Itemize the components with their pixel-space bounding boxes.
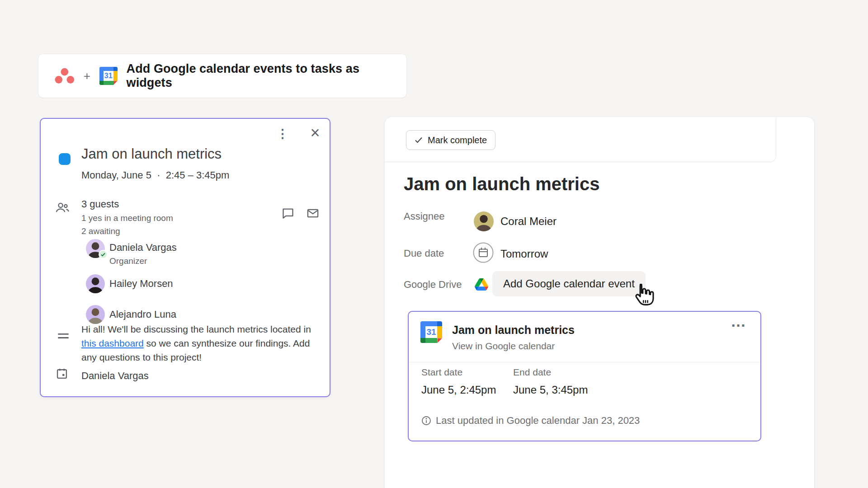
google-drive-icon [475, 278, 488, 291]
task-title: Jam on launch metrics [404, 174, 599, 194]
calendar-event-card: ⋮ × Jam on launch metrics Monday, June 5… [40, 118, 330, 397]
add-calendar-event-button[interactable]: Add Google calendar event [492, 271, 646, 296]
organizer-calendar-icon [56, 367, 68, 380]
task-detail-pane: Mark complete Jam on launch metrics Assi… [385, 117, 814, 488]
banner-title: Add Google calendar events to tasks as w… [127, 62, 406, 90]
event-datetime: Monday, June 5 · 2:45 – 3:45pm [81, 169, 229, 181]
comment-icon[interactable] [282, 207, 294, 219]
start-date-label: Start date [421, 367, 462, 378]
plus-sign: + [84, 69, 90, 83]
close-icon[interactable]: × [307, 124, 323, 141]
due-date-label: Due date [404, 248, 444, 259]
add-calendar-event-label: Add Google calendar event [503, 277, 635, 290]
ellipsis-menu-icon[interactable]: … [731, 313, 747, 330]
due-date-value[interactable]: Tomorrow [500, 248, 548, 260]
mark-complete-label: Mark complete [428, 135, 487, 145]
guest-count: 3 guests [81, 198, 173, 210]
guest-room-status: 1 yes in a meeting room [81, 213, 173, 223]
mark-complete-button[interactable]: Mark complete [406, 130, 495, 150]
event-color-swatch [59, 153, 71, 165]
dashboard-link[interactable]: this dashboard [81, 338, 144, 348]
widget-header: 31 Jam on launch metrics View in Google … [409, 312, 760, 362]
info-icon [421, 416, 431, 426]
attendee-name: Daniela Vargas [109, 242, 177, 253]
attendee-role: Organizer [109, 256, 147, 266]
widget-title: Jam on launch metrics [452, 324, 575, 337]
avatar [86, 305, 105, 324]
google-drive-label: Google Drive [404, 279, 462, 291]
description-text: Hi all! We'll be discussing the launch m… [81, 324, 311, 334]
widget-footer: Last updated in Google calendar Jan 23, … [421, 415, 640, 427]
description-icon [57, 331, 70, 341]
assignee-label: Assignee [404, 211, 445, 222]
calendar-event-widget: 31 Jam on launch metrics View in Google … [408, 311, 761, 441]
view-in-google-calendar-link[interactable]: View in Google calendar [452, 341, 555, 352]
due-date-icon[interactable] [473, 242, 494, 263]
kebab-menu-icon[interactable]: ⋮ [276, 126, 289, 141]
task-pane-header: Mark complete [385, 117, 776, 162]
guests-summary: 3 guests 1 yes in a meeting room 2 await… [81, 198, 173, 236]
event-description: Hi all! We'll be discussing the launch m… [81, 322, 318, 364]
event-title: Jam on launch metrics [81, 146, 222, 162]
avatar [86, 274, 105, 293]
accepted-check-icon [99, 250, 108, 259]
integration-banner: + 31 Add Google calendar events to tasks… [38, 54, 406, 98]
attendee-name: Alejandro Luna [109, 309, 176, 320]
assignee-value[interactable]: Coral Meier [500, 215, 557, 228]
asana-logo-icon [55, 68, 75, 84]
end-date-label: End date [513, 367, 551, 378]
email-icon[interactable] [307, 207, 319, 219]
attendee-name: Hailey Morsen [109, 278, 173, 290]
end-date-value: June 5, 3:45pm [513, 384, 588, 396]
last-updated-text: Last updated in Google calendar Jan 23, … [436, 415, 640, 427]
start-date-value: June 5, 2:45pm [421, 384, 496, 396]
organizer-name: Daniela Vargas [81, 370, 149, 382]
guests-icon [55, 201, 70, 214]
google-calendar-icon: 31 [99, 67, 118, 85]
guest-awaiting-status: 2 awaiting [81, 226, 173, 236]
check-icon [415, 136, 423, 144]
google-calendar-icon: 31 [420, 321, 442, 343]
assignee-avatar[interactable] [474, 211, 494, 231]
